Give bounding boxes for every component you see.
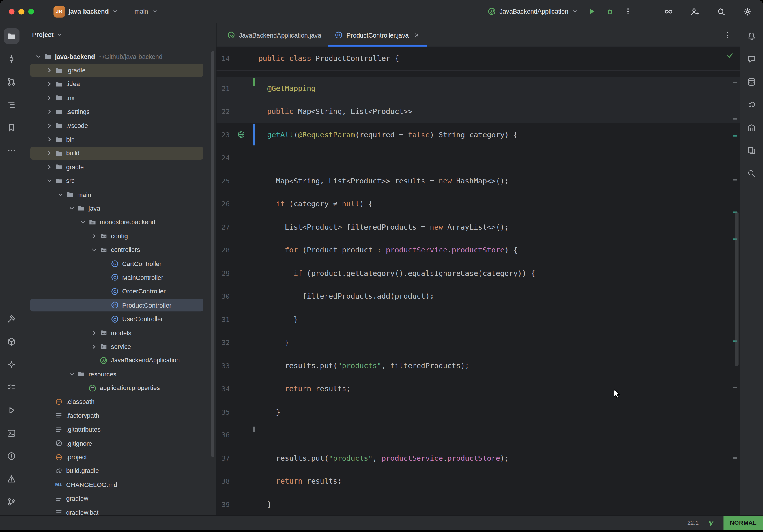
stripe-mark[interactable] [733,457,737,459]
notifications-icon[interactable] [744,28,759,44]
pull-requests-icon[interactable] [4,74,19,89]
dependencies-icon[interactable] [4,334,19,349]
chevron-right-icon[interactable] [44,148,54,158]
ideavim-icon[interactable] [708,519,715,527]
ai-chat-icon[interactable] [744,51,759,67]
version-control-icon[interactable] [4,494,19,509]
line-number[interactable]: 24 [216,154,230,161]
close-tab-icon[interactable] [413,32,420,38]
line-number[interactable]: 31 [216,316,230,323]
debug-icon[interactable] [603,5,616,18]
zoom-window-button[interactable] [28,9,34,14]
database-icon[interactable] [744,74,759,89]
close-window-button[interactable] [9,9,14,14]
code-editor[interactable]: 14public class ProductController { 21 @G… [216,47,740,515]
line-number[interactable]: 25 [216,177,230,185]
code-line-35[interactable]: 35 } [216,400,740,424]
caret-position-widget[interactable]: 22:1 [687,520,699,527]
tree-item-models[interactable]: models [23,326,216,340]
line-number[interactable]: 27 [216,223,230,231]
code-line-34[interactable]: 34 return results; [216,377,740,400]
line-number[interactable]: 38 [216,478,230,485]
tab-productcontroller-java[interactable]: CProductController.java [328,23,427,47]
chevron-right-icon[interactable] [44,135,54,144]
tree-item-javabackendapplication[interactable]: JavaBackendApplication [23,354,216,367]
project-widget[interactable]: JB java-backend [54,5,118,17]
branch-widget[interactable]: main [131,8,158,15]
project-panel-header[interactable]: Project [23,23,216,46]
ai-assistant-icon[interactable] [4,357,19,372]
tree-item-build[interactable]: build [23,146,216,160]
chevron-right-icon[interactable] [44,107,54,117]
code-line-24[interactable]: 24 [216,146,740,169]
code-with-me-icon[interactable] [688,5,702,18]
chevron-down-icon[interactable] [55,190,65,200]
gradle-icon[interactable] [744,97,759,113]
compare-icon[interactable] [744,143,759,158]
tree-item-ordercontroller[interactable]: COrderController [23,284,216,298]
code-line-30[interactable]: 30 filteredProducts.add(product); [216,285,740,308]
problems-icon[interactable] [4,448,19,464]
line-number[interactable]: 34 [216,385,230,393]
chevron-right-icon[interactable] [89,342,99,351]
line-number[interactable]: 22 [216,108,230,115]
build-icon[interactable] [4,311,19,326]
code-line-14[interactable]: 14public class ProductController { [216,47,399,70]
tab-javabackendapplication-java[interactable]: JavaBackendApplication.java [220,23,328,47]
stripe-mark[interactable] [733,82,737,83]
code-line-38[interactable]: 38 return results; [216,470,740,493]
chevron-right-icon[interactable] [44,121,54,130]
tree-item-gitignore[interactable]: .gitignore [23,436,216,450]
tree-item-monostore-backend[interactable]: monostore.backend [23,215,216,229]
commit-icon[interactable] [4,51,19,67]
tree-item-idea[interactable]: .idea [23,77,216,91]
code-line-26[interactable]: 26 if (category ≠ null) { [216,192,740,216]
tree-item-cartcontroller[interactable]: CCartController [23,257,216,270]
tree-item-controllers[interactable]: controllers [23,243,216,257]
stripe-mark[interactable] [733,387,737,388]
settings-icon[interactable] [740,5,754,18]
code-line-25[interactable]: 25 Map<String, List<Product>> results = … [216,169,740,192]
code-line-33[interactable]: 33 results.put("products", filteredProdu… [216,354,740,377]
tree-item-config[interactable]: config [23,229,216,243]
terminal-icon[interactable] [4,425,19,441]
code-line-31[interactable]: 31 } [216,308,740,331]
chevron-down-icon[interactable] [89,245,99,255]
tree-item-gradle[interactable]: gradle [23,160,216,174]
tree-item-bin[interactable]: bin [23,133,216,146]
code-line-23[interactable]: 23 getAll(@RequestParam(required = false… [216,123,740,146]
tree-item-nx[interactable]: .nx [23,91,216,105]
code-line-29[interactable]: 29 if (product.getCategory().equalsIgnor… [216,262,740,285]
chevron-right-icon[interactable] [89,231,99,241]
chevron-right-icon[interactable] [44,93,54,103]
bookmarks-icon[interactable] [4,120,19,135]
line-number[interactable]: 32 [216,339,230,347]
code-line-32[interactable]: 32 } [216,331,740,354]
tree-item-settings[interactable]: .settings [23,105,216,119]
globe-icon[interactable] [237,130,245,139]
chevron-right-icon[interactable] [44,79,54,89]
tree-item-gradle[interactable]: .gradle [23,63,216,77]
tree-item-resources[interactable]: resources [23,367,216,381]
line-number[interactable]: 33 [216,362,230,370]
line-number[interactable]: 30 [216,292,230,300]
inspections-status-icon[interactable] [726,52,734,59]
tab-options-icon[interactable] [723,23,740,47]
code-line-27[interactable]: 27 List<Product> filteredProducts = new … [216,216,740,239]
run-icon[interactable] [4,402,19,418]
line-number[interactable]: 37 [216,454,230,462]
find-icon[interactable] [744,165,759,181]
tree-item-factorypath[interactable]: .factorypath [23,409,216,423]
run-icon[interactable] [585,5,599,18]
line-number[interactable]: 35 [216,408,230,416]
tree-item-build-gradle[interactable]: build.gradle [23,464,216,478]
code-line-21[interactable]: 21 @GetMapping [216,77,740,100]
tree-item-classpath[interactable]: .classpath [23,395,216,409]
project-icon[interactable] [4,28,19,44]
chevron-down-icon[interactable] [67,204,76,213]
chevron-down-icon[interactable] [78,218,88,227]
chevron-down-icon[interactable] [33,52,43,61]
search-everywhere-icon[interactable] [714,5,728,18]
line-number[interactable]: 28 [216,246,230,254]
line-number[interactable]: 23 [216,131,230,139]
